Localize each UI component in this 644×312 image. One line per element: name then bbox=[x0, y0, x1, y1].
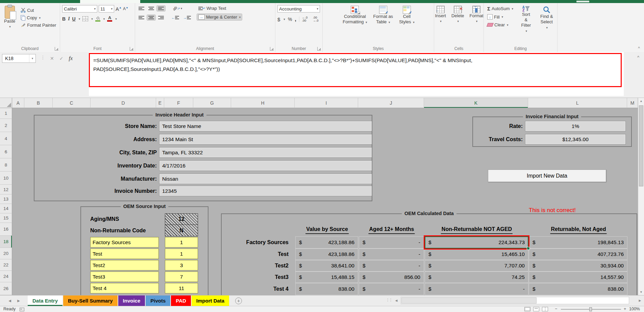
cell-j24[interactable]: $856.00 bbox=[359, 271, 424, 283]
page-layout-view-icon[interactable] bbox=[533, 307, 539, 311]
travel-costs-field[interactable]: $12,345.00 bbox=[525, 134, 625, 144]
import-new-data-button[interactable]: Import New Data bbox=[488, 170, 606, 182]
cell-l18[interactable]: $198,845.13 bbox=[529, 236, 627, 249]
inventory-date-field[interactable]: 4/17/2016 bbox=[159, 161, 372, 171]
font-name-select[interactable]: Calibri ▾ bbox=[62, 5, 97, 12]
insert-function-button[interactable]: fx bbox=[69, 55, 73, 61]
hscroll-left-icon[interactable]: ◀ bbox=[393, 297, 400, 304]
vertical-scrollbar[interactable]: ▲ ▼ bbox=[638, 98, 644, 295]
number-format-select[interactable]: Accounting ▾ bbox=[277, 5, 320, 12]
italic-button[interactable]: I bbox=[68, 16, 70, 22]
zoom-out-button[interactable]: − bbox=[555, 307, 557, 311]
horizontal-scroll-thumb[interactable] bbox=[401, 297, 537, 304]
sheet-body[interactable]: Invoice Header Input Store Name: Test St… bbox=[12, 108, 638, 295]
conditional-formatting-button[interactable]: ≠ Conditional Formatting ▾ bbox=[341, 5, 369, 45]
zoom-slider-thumb[interactable] bbox=[589, 307, 592, 311]
format-as-table-button[interactable]: Format as Table ▾ bbox=[371, 5, 395, 45]
name-box-dropdown-icon[interactable]: ▾ bbox=[29, 54, 35, 62]
scroll-up-icon[interactable]: ▲ bbox=[638, 98, 644, 104]
fill-color-button[interactable] bbox=[95, 16, 100, 22]
cell-k26[interactable]: $- bbox=[425, 283, 528, 295]
bold-button[interactable]: B bbox=[62, 16, 66, 22]
window-controls[interactable] bbox=[576, 1, 589, 2]
clear-button[interactable]: Clear ▾ bbox=[486, 22, 515, 28]
fill-button[interactable]: ↓ Fill ▾ bbox=[486, 14, 515, 20]
cell-i18[interactable]: $423,188.86 bbox=[295, 236, 358, 249]
cell-styles-button[interactable]: Cell Styles ▾ bbox=[397, 5, 417, 45]
align-left-button[interactable] bbox=[137, 15, 146, 20]
orientation-button[interactable]: ab↗▾ bbox=[171, 5, 183, 12]
cell-k22[interactable]: $7,707.00 bbox=[425, 260, 528, 271]
hscroll-right-icon[interactable]: ▶ bbox=[637, 297, 643, 304]
column-header-h[interactable]: H bbox=[231, 98, 295, 108]
borders-button[interactable] bbox=[82, 16, 88, 21]
merge-center-button[interactable]: ↔ Merge & Center ▾ bbox=[197, 14, 242, 20]
horizontal-scrollbar[interactable] bbox=[401, 297, 629, 304]
cell-k24[interactable]: $74.25 bbox=[425, 271, 528, 283]
row-header-12[interactable]: 12 bbox=[0, 185, 12, 194]
align-right-button[interactable] bbox=[157, 15, 165, 20]
row-header-15[interactable]: 15 bbox=[0, 213, 12, 223]
tab-splitter-icon[interactable]: ⋮⋮ bbox=[386, 298, 392, 302]
non-returnable-code-cell[interactable]: N bbox=[165, 225, 198, 236]
underline-button[interactable]: U bbox=[72, 16, 76, 22]
tab-scroll-left-icon[interactable]: ◀ bbox=[5, 295, 14, 306]
address-field[interactable]: 1234 Main St bbox=[159, 134, 372, 144]
tab-data-entry[interactable]: Data Entry bbox=[28, 295, 63, 306]
sort-filter-button[interactable]: AZ Sort & Filter ▾ bbox=[518, 5, 534, 34]
cell-l20[interactable]: $407,723.76 bbox=[529, 249, 627, 260]
tab-import-data[interactable]: Import Data bbox=[192, 295, 229, 306]
column-header-i[interactable]: I bbox=[295, 98, 358, 108]
font-dialog-launcher-icon[interactable] bbox=[130, 47, 133, 51]
cell-i24[interactable]: $15,488.15 bbox=[295, 271, 358, 283]
paste-button[interactable]: Paste ▾ bbox=[2, 5, 17, 30]
ribbon-collapse-icon[interactable]: ^ bbox=[638, 46, 640, 51]
accounting-dropdown-icon[interactable]: ▾ bbox=[283, 18, 285, 21]
tab-pivots[interactable]: Pivots bbox=[146, 295, 170, 306]
formula-bar-collapse-icon[interactable]: ^ bbox=[637, 55, 639, 60]
find-select-button[interactable]: Find & Select ▾ bbox=[538, 5, 556, 34]
column-header-e[interactable]: E bbox=[156, 98, 164, 108]
font-size-select[interactable]: 11 ▾ bbox=[99, 5, 114, 12]
underline-dropdown-icon[interactable]: ▾ bbox=[79, 17, 80, 21]
cell-i20[interactable]: $423,188.86 bbox=[295, 249, 358, 260]
tab-scroll-right-icon[interactable]: ▶ bbox=[14, 295, 23, 306]
column-header-j[interactable]: J bbox=[358, 98, 424, 108]
source-code-cell[interactable]: 11 bbox=[165, 283, 198, 293]
column-header-m[interactable]: M bbox=[627, 98, 638, 108]
enter-button[interactable]: ✓ bbox=[59, 56, 64, 61]
source-code-cell[interactable]: 3 bbox=[165, 260, 198, 270]
cell-j18[interactable]: $- bbox=[359, 236, 424, 249]
column-header-k[interactable]: K bbox=[424, 98, 528, 108]
alignment-dialog-launcher-icon[interactable] bbox=[270, 47, 274, 51]
increase-indent-button[interactable]: → bbox=[182, 15, 192, 21]
grow-font-button[interactable]: A▲ bbox=[116, 6, 122, 12]
column-header-c[interactable]: C bbox=[53, 98, 91, 108]
cell-i22[interactable]: $38,641.00 bbox=[295, 260, 358, 271]
row-header-14[interactable]: 14 bbox=[0, 204, 12, 213]
page-break-view-icon[interactable] bbox=[542, 307, 548, 311]
row-header-18[interactable]: 18 bbox=[0, 236, 12, 248]
row-header-4[interactable]: 4 bbox=[0, 132, 12, 145]
cancel-button[interactable]: ✕ bbox=[50, 56, 54, 61]
font-color-button[interactable]: A bbox=[107, 16, 112, 22]
row-header-20[interactable]: 20 bbox=[0, 248, 12, 259]
zoom-in-button[interactable]: + bbox=[624, 307, 626, 311]
invoice-number-field[interactable]: 12345 bbox=[159, 186, 372, 196]
scroll-down-icon[interactable]: ▼ bbox=[638, 289, 644, 295]
align-bottom-button[interactable] bbox=[157, 6, 165, 11]
column-header-a[interactable]: A bbox=[12, 98, 24, 108]
source-name-cell[interactable]: Test3 bbox=[90, 271, 159, 282]
percent-style-button[interactable]: % bbox=[288, 17, 292, 22]
normal-view-icon[interactable] bbox=[524, 307, 530, 311]
format-painter-button[interactable]: Format Painter bbox=[19, 22, 57, 28]
source-code-cell[interactable]: 1 bbox=[165, 237, 198, 248]
source-code-cell[interactable]: 1 bbox=[165, 249, 198, 259]
tab-invoice[interactable]: Invoice bbox=[118, 295, 145, 306]
column-header-f[interactable]: F bbox=[164, 98, 193, 108]
comma-style-button[interactable]: , bbox=[295, 16, 296, 23]
cell-i26[interactable]: $838.00 bbox=[295, 283, 358, 295]
tab-pad[interactable]: PAD bbox=[171, 295, 191, 306]
column-header-b[interactable]: B bbox=[24, 98, 53, 108]
clipboard-dialog-launcher-icon[interactable] bbox=[55, 47, 58, 51]
